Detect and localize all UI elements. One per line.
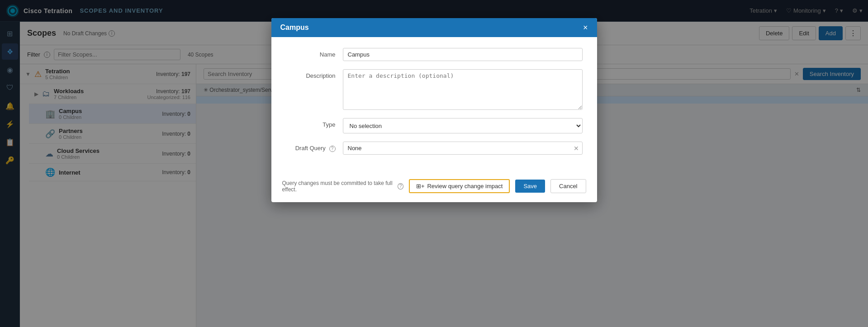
type-label: Type	[286, 118, 336, 128]
form-group-name: Name	[286, 48, 583, 61]
footer-info-icon[interactable]: ?	[398, 183, 403, 190]
description-label: Description	[286, 69, 336, 79]
form-group-type: Type No selection Subnet CIDR Host	[286, 118, 583, 133]
name-label: Name	[286, 48, 336, 58]
modal-title: Campus	[280, 24, 309, 32]
review-query-button[interactable]: ⊞+ Review query change impact	[409, 179, 510, 193]
draft-query-label-text: Draft Query	[295, 145, 326, 152]
modal-close-button[interactable]: ×	[583, 24, 588, 32]
footer-note-text: Query changes must be committed to take …	[282, 180, 396, 193]
type-select[interactable]: No selection Subnet CIDR Host	[343, 118, 583, 133]
draft-query-input-wrap: ✕	[343, 142, 583, 155]
modal-body: Name Description Type No selection Subne…	[271, 37, 597, 174]
draft-query-label: Draft Query ?	[286, 142, 336, 152]
modal-footer: Query changes must be committed to take …	[271, 174, 597, 202]
form-group-draft-query: Draft Query ? ✕	[286, 142, 583, 155]
save-button[interactable]: Save	[515, 180, 545, 193]
draft-query-input[interactable]	[343, 142, 583, 155]
review-query-label: Review query change impact	[427, 183, 503, 190]
modal-header: Campus ×	[271, 18, 597, 37]
modal-overlay: Campus × Name Description Type No select…	[0, 0, 868, 327]
campus-modal: Campus × Name Description Type No select…	[271, 18, 597, 202]
footer-note: Query changes must be committed to take …	[282, 180, 403, 193]
review-query-icon: ⊞+	[416, 183, 425, 190]
name-input[interactable]	[343, 48, 583, 61]
draft-query-help-icon[interactable]: ?	[329, 146, 336, 152]
description-input[interactable]	[343, 69, 583, 110]
draft-query-clear-icon[interactable]: ✕	[574, 145, 579, 152]
cancel-button[interactable]: Cancel	[550, 179, 586, 193]
form-group-description: Description	[286, 69, 583, 110]
